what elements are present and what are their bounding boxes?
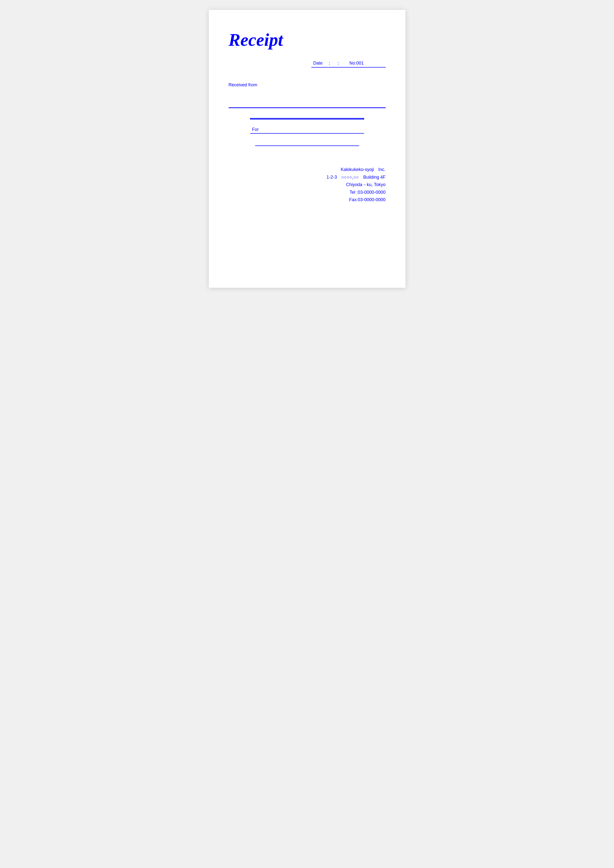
underline-only (255, 139, 359, 146)
company-tel: Tel :03-0000-0000 (350, 189, 385, 196)
for-field: For (250, 127, 364, 133)
company-address: 1-2-3 ○○○○,○○ Building 4F (326, 174, 385, 181)
received-from-label: Received from (229, 82, 385, 88)
date-row: Date ： ： No:001 (229, 60, 385, 68)
receipt-title: Receipt (229, 30, 385, 50)
for-line: For (229, 127, 385, 133)
date-field: Date ： ： No:001 (311, 60, 385, 68)
receipt-page: Receipt Date ： ： No:001 Received from (209, 10, 406, 288)
company-city: Chiyoda－ku, Tokyo (346, 181, 385, 189)
company-info: Kakikukeko-syoji Inc. 1-2-3 ○○○○,○○ Buil… (229, 166, 385, 204)
underline-field (229, 139, 385, 146)
amount-box-wrapper (229, 118, 385, 119)
company-name: Kakikukeko-syoji Inc. (340, 166, 385, 174)
grid-row-2 (251, 119, 364, 119)
company-fax: Fax:03-0000-0000 (349, 196, 385, 204)
amount-grid (250, 118, 364, 119)
divider (229, 107, 385, 108)
